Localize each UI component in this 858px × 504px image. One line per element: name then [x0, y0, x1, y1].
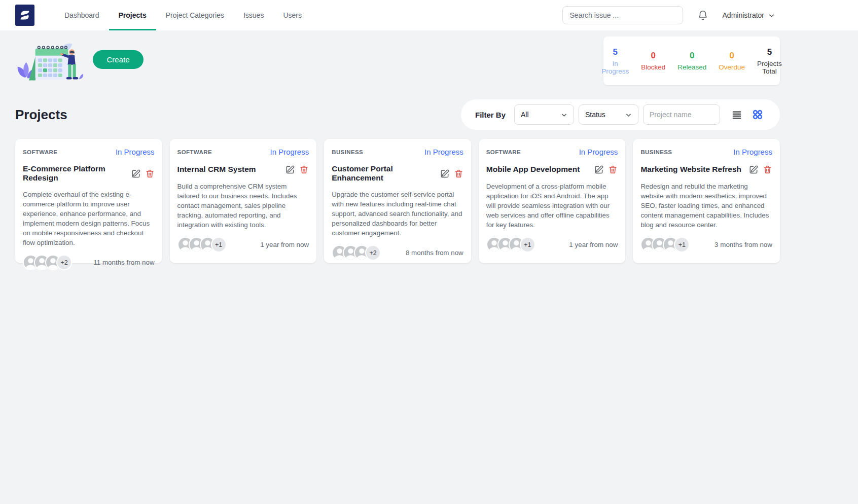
project-description: Upgrade the customer self-service portal…: [332, 190, 463, 238]
search-input[interactable]: [562, 6, 683, 24]
edit-icon: [440, 168, 450, 178]
project-title[interactable]: Internal CRM System: [177, 165, 256, 174]
project-category: BUSINESS: [640, 149, 672, 155]
edit-icon: [285, 164, 295, 174]
stat-in-progress: 5 In Progress: [601, 47, 629, 75]
stat-label: Projects Total: [757, 60, 782, 75]
project-description: Complete overhaul of the existing e-comm…: [23, 190, 155, 247]
trash-icon: [763, 164, 772, 174]
assignee-avatars: +2: [332, 245, 381, 261]
project-category: SOFTWARE: [23, 149, 57, 155]
logo-s-icon: [18, 8, 31, 22]
project-title[interactable]: Mobile App Development: [486, 165, 580, 174]
project-title[interactable]: Marketing Website Refresh: [640, 165, 741, 174]
delete-project-button[interactable]: [145, 168, 155, 178]
project-description: Build a comprehensive CRM system tailore…: [177, 182, 309, 230]
delete-project-button[interactable]: [454, 168, 463, 178]
due-date: 1 year from now: [569, 241, 618, 248]
page-title: Projects: [15, 107, 67, 123]
project-status: In Progress: [270, 148, 309, 156]
project-card: SOFTWARE In Progress Internal CRM System…: [170, 139, 317, 263]
project-card: BUSINESS In Progress Customer Portal Enh…: [324, 139, 471, 263]
hero-illustration: [15, 37, 84, 82]
due-date: 11 months from now: [93, 259, 154, 266]
stat-value: 0: [719, 51, 745, 61]
due-date: 8 months from now: [406, 249, 463, 257]
avatar-overflow-count: +1: [520, 237, 535, 253]
chevron-down-icon: [625, 112, 632, 118]
stat-label: Released: [677, 63, 706, 71]
filter-bar: Filter By All Status: [461, 99, 780, 130]
project-status: In Progress: [424, 148, 463, 156]
delete-project-button[interactable]: [299, 164, 309, 174]
project-description: Development of a cross-platform mobile a…: [486, 182, 618, 230]
chevron-down-icon: [561, 112, 567, 118]
bell-icon: [697, 10, 708, 21]
edit-icon: [131, 168, 141, 178]
avatar-overflow-count: +1: [674, 237, 690, 253]
assignee-avatars: +1: [640, 237, 690, 253]
notifications-button[interactable]: [697, 10, 708, 21]
category-filter-select[interactable]: All: [514, 104, 574, 125]
main-nav: Dashboard Projects Project Categories Is…: [55, 0, 311, 30]
stat-label: In Progress: [601, 60, 629, 75]
project-card: SOFTWARE In Progress Mobile App Developm…: [479, 139, 626, 263]
project-category: SOFTWARE: [177, 149, 212, 155]
project-category: BUSINESS: [332, 149, 363, 155]
top-navbar: Dashboard Projects Project Categories Is…: [0, 0, 858, 30]
grid-view-icon: [752, 109, 764, 121]
list-view-button[interactable]: [729, 107, 745, 122]
edit-project-button[interactable]: [131, 168, 141, 178]
stat-value: 5: [757, 47, 782, 57]
edit-project-button[interactable]: [440, 168, 450, 178]
delete-project-button[interactable]: [608, 164, 618, 174]
stat-value: 5: [601, 47, 629, 57]
assignee-avatars: +2: [23, 255, 72, 270]
nav-item-users[interactable]: Users: [273, 0, 311, 30]
avatar-overflow-count: +2: [365, 245, 381, 261]
chevron-down-icon: [768, 12, 775, 19]
status-filter-value: Status: [585, 111, 605, 119]
nav-item-projects[interactable]: Projects: [109, 0, 156, 30]
edit-project-button[interactable]: [285, 164, 295, 174]
project-status: In Progress: [579, 148, 618, 156]
trash-icon: [608, 164, 618, 174]
edit-icon: [594, 164, 604, 174]
stat-value: 0: [677, 51, 706, 61]
project-stats-card: 5 In Progress 0 Blocked 0 Released 0 Ove…: [603, 37, 780, 85]
project-description: Redesign and rebuild the marketing websi…: [640, 182, 772, 230]
stat-label: Blocked: [641, 63, 665, 71]
project-title[interactable]: E-Commerce Platform Redesign: [23, 164, 131, 183]
nav-item-project-categories[interactable]: Project Categories: [156, 0, 234, 30]
edit-project-button[interactable]: [748, 164, 759, 174]
app-logo[interactable]: [15, 5, 34, 26]
project-status: In Progress: [116, 148, 155, 156]
user-menu[interactable]: Administrator: [723, 11, 775, 19]
stat-label: Overdue: [719, 63, 745, 71]
assignee-avatars: +1: [177, 237, 227, 253]
delete-project-button[interactable]: [763, 164, 772, 174]
trash-icon: [299, 164, 309, 174]
project-title[interactable]: Customer Portal Enhancement: [332, 164, 440, 183]
project-cards-grid: SOFTWARE In Progress E-Commerce Platform…: [0, 139, 780, 263]
create-project-button[interactable]: Create: [93, 50, 144, 69]
stat-projects-total: 5 Projects Total: [757, 47, 782, 75]
nav-item-dashboard[interactable]: Dashboard: [55, 0, 109, 30]
due-date: 1 year from now: [260, 241, 309, 248]
grid-view-button[interactable]: [749, 106, 766, 123]
trash-icon: [145, 168, 155, 178]
project-card: SOFTWARE In Progress E-Commerce Platform…: [15, 139, 162, 263]
edit-icon: [748, 164, 759, 174]
filter-by-label: Filter By: [475, 111, 506, 119]
list-view-icon: [731, 109, 743, 120]
project-name-filter-input[interactable]: [643, 104, 720, 125]
status-filter-select[interactable]: Status: [579, 104, 638, 125]
project-status: In Progress: [733, 148, 772, 156]
edit-project-button[interactable]: [594, 164, 604, 174]
project-category: SOFTWARE: [486, 149, 521, 155]
stat-released: 0 Released: [677, 51, 706, 71]
nav-item-issues[interactable]: Issues: [234, 0, 273, 30]
avatar-overflow-count: +1: [211, 237, 227, 253]
assignee-avatars: +1: [486, 237, 535, 253]
category-filter-value: All: [521, 111, 529, 119]
